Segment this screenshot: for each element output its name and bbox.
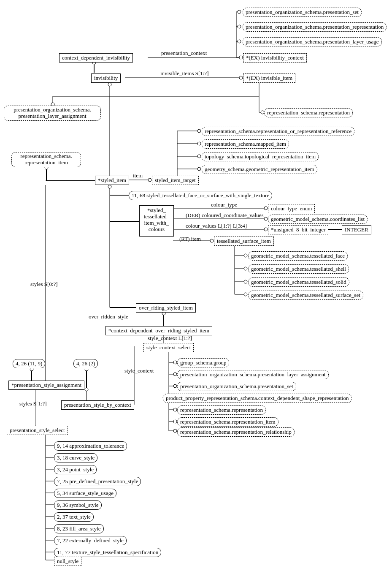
ext-entity: representation_schema.representation — [264, 108, 353, 117]
ext-entity: representation_schema.representation_ite… — [177, 417, 278, 427]
svg-point-84 — [197, 142, 201, 145]
ext-entity: presentation_organization_schema.present… — [4, 106, 101, 121]
entity-presentation-style-by-context: presentation_style_by_context — [61, 400, 134, 410]
entity-styled-item: *styled_item — [95, 176, 129, 185]
page-ref: 9, 14 approximation_tolerance — [54, 441, 127, 451]
ext-entity: representation_schema.representation_ite… — [11, 152, 81, 167]
select-style-context-select: style_context_select — [143, 343, 194, 352]
svg-point-79 — [238, 40, 241, 43]
svg-point-82 — [261, 111, 264, 114]
entity-over-riding-styled-item: over_riding_styled_item — [136, 303, 196, 313]
attr-label: (DER) coloured_coordinate_values — [186, 212, 263, 219]
attr-label: styles S[1:?] — [19, 400, 47, 407]
attr-label: style_context — [124, 367, 154, 374]
entity-cdorsi: *context_dependent_over_riding_styled_it… — [105, 326, 212, 335]
type-colour-type-enum: colour_type_enum — [268, 204, 315, 213]
page-ref: 3, 24 point_style — [54, 465, 97, 474]
ext-entity: representation_schema.representation_rel… — [177, 427, 295, 437]
attr-label: invisible_items S[1:?] — [160, 70, 208, 77]
ext-entity: geometric_model_schema.tessellated_surfa… — [248, 291, 363, 300]
attr-label: colour_type — [211, 201, 237, 208]
page-ref: 4, 26 (11, 9) — [13, 359, 45, 368]
ext-entity: geometric_model_schema.tessellated_solid — [248, 277, 349, 287]
svg-point-80 — [239, 56, 243, 59]
attr-label: style_context L[1:?] — [148, 335, 192, 342]
svg-point-61 — [85, 388, 88, 391]
entity-presentation-style-assignment: *presentation_style_assignment — [8, 381, 84, 390]
svg-point-87 — [264, 207, 268, 210]
attr-label: styles S[0:?] — [30, 281, 58, 288]
page-ref: 9, 36 symbol_style — [54, 500, 102, 510]
svg-point-92 — [244, 267, 247, 270]
attr-label: presentation_context — [161, 50, 207, 57]
svg-point-81 — [239, 76, 243, 79]
type-integer: INTEGER — [342, 225, 371, 234]
svg-point-91 — [244, 254, 247, 257]
entity-invisibility: invisibility — [91, 73, 121, 83]
svg-point-100 — [173, 429, 177, 432]
svg-point-95 — [173, 361, 177, 364]
page-ref: 5, 34 surface_style_usage — [54, 489, 116, 498]
ext-entity: representation_schema.mapped_item — [202, 139, 289, 149]
svg-point-94 — [244, 293, 247, 296]
ext-entity: group_schema.group — [177, 358, 229, 367]
svg-point-11 — [108, 83, 111, 86]
page-ref: 4, 26 (2) — [73, 359, 98, 368]
ext-entity: product_property_representation_schema.c… — [163, 394, 352, 403]
page-ref: 3, 18 curve_style — [54, 453, 97, 462]
svg-point-88 — [264, 217, 268, 220]
attr-label: item — [133, 172, 143, 179]
select-tessellated-surface-item: tessellated_surface_item — [214, 237, 274, 246]
ext-entity: presentation_organization_schema.present… — [243, 37, 382, 46]
svg-point-28 — [108, 185, 111, 188]
attr-label: colour_values L[1:?] L[3:4] — [186, 223, 247, 229]
svg-point-97 — [173, 384, 177, 388]
attr-label: (RT) item — [179, 236, 201, 242]
ext-entity: representation_schema.representation_or_… — [202, 127, 354, 136]
ext-entity: topology_schema.topological_representati… — [202, 152, 319, 161]
select-presentation-style-select: presentation_style_select — [7, 426, 68, 435]
svg-point-93 — [244, 280, 247, 283]
ext-entity: presentation_organization_schema.present… — [243, 22, 387, 32]
svg-point-21 — [148, 178, 151, 182]
svg-point-89 — [264, 228, 268, 231]
page-ref: 2, 37 text_style — [54, 512, 94, 522]
svg-point-86 — [197, 167, 201, 171]
ext-entity: geometric_model_schema.tessellated_shell — [248, 264, 349, 274]
svg-point-99 — [173, 420, 177, 423]
entity-context-dependent-invisibility: context_dependent_invisibility — [59, 53, 133, 63]
page-ref: 8, 23 fill_area_style — [54, 524, 104, 533]
entity-styled-tessellated-item-with-colours: *styled_tessellated_item_with_colours — [139, 205, 174, 237]
svg-point-90 — [210, 239, 214, 242]
page-ref: 7, 25 pre_defined_presentation_style — [54, 477, 141, 486]
svg-point-77 — [238, 10, 241, 14]
svg-point-85 — [197, 155, 201, 158]
svg-point-98 — [173, 408, 177, 411]
type-null-style: null_style — [54, 557, 81, 566]
ext-entity: geometry_schema.geometric_representation… — [202, 165, 317, 174]
page-ref: 7, 22 externally_defined_style — [54, 536, 127, 545]
page-ref: 11, 68 styled_tessellated_face_or_surfac… — [129, 191, 272, 200]
page-ref: 11, 77 texture_style_tessellation_specif… — [54, 548, 161, 557]
svg-point-78 — [238, 25, 241, 28]
attr-label: over_ridden_style — [89, 313, 128, 320]
ext-entity: representation_schema.representation — [177, 405, 266, 415]
select-styled-item-target: styled_item_target — [152, 176, 199, 185]
type-unsigned-8-bit-integer: *unsigned_8_bit_integer — [268, 225, 328, 234]
ext-entity: presentation_organization_schema.present… — [177, 370, 329, 379]
svg-point-83 — [197, 129, 201, 133]
svg-point-96 — [173, 373, 177, 376]
select-invisible-item: *(EX) invisible_item — [243, 73, 295, 83]
ext-entity: geometric_model_schema.tessellated_face — [248, 251, 348, 261]
ext-entity: presentation_organization_schema.present… — [177, 382, 296, 391]
ext-entity: geometric_model_schema.coordinates_list — [268, 215, 368, 224]
select-invisibility-context: *(EX) invisibility_context — [243, 53, 307, 63]
ext-entity: presentation_organization_schema.present… — [243, 8, 362, 17]
